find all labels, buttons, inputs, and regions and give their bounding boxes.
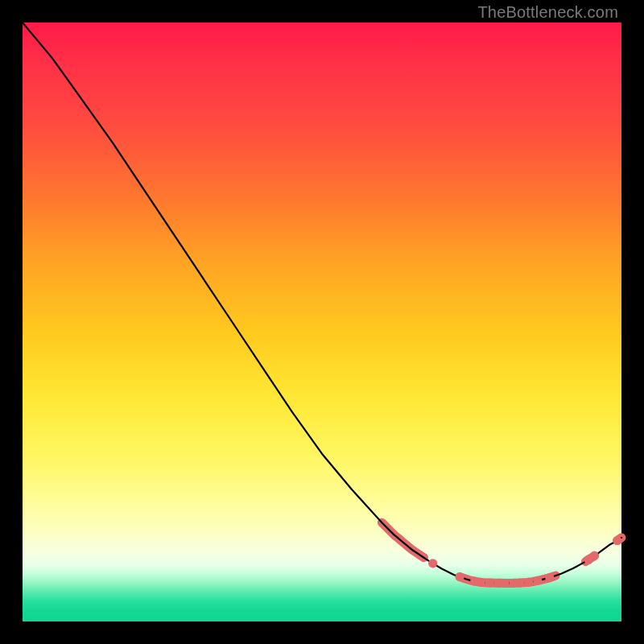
curve-marker bbox=[515, 578, 524, 587]
curve-marker bbox=[477, 578, 485, 587]
curve-marker bbox=[524, 578, 533, 587]
curve-marker bbox=[456, 572, 464, 581]
watermark-text: TheBottleneck.com bbox=[477, 3, 618, 22]
curve-marker bbox=[590, 551, 599, 560]
curve-marker bbox=[533, 576, 542, 585]
curve-marker bbox=[613, 536, 621, 545]
chart-frame: TheBottleneck.com bbox=[0, 0, 644, 644]
curve-marker bbox=[500, 579, 509, 588]
bottleneck-curve bbox=[23, 23, 621, 583]
curve-layer bbox=[23, 23, 621, 621]
curve-marker bbox=[545, 573, 554, 582]
plot-area bbox=[23, 23, 621, 621]
curve-marker bbox=[485, 578, 494, 587]
curve-marker bbox=[428, 559, 437, 568]
